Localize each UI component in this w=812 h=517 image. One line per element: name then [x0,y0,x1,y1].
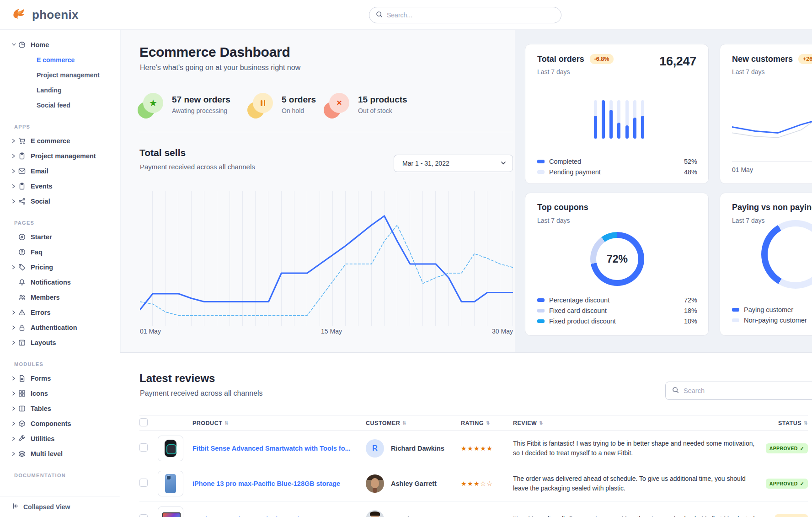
sidebar-item-authentication[interactable]: Authentication [0,320,120,335]
sort-icon: ⇅ [486,420,490,425]
table-row: Fitbit Sense Advanced Smartwatch with To… [139,431,808,466]
reviews-search[interactable] [665,382,812,400]
sidebar-item-email[interactable]: Email [0,163,120,178]
card-title: Top coupons [537,203,588,212]
brand-logo[interactable]: phoenix [11,5,79,24]
select-all-checkbox[interactable] [139,418,148,426]
sidebar-item-icons[interactable]: Icons [0,386,120,401]
product-link[interactable]: iPhone 13 pro max-Pacific Blue-128GB sto… [192,480,355,487]
order-bar [625,100,629,139]
sort-icon: ⇅ [224,420,229,425]
total-sells-chart [140,191,513,326]
chevron-right-icon [12,340,18,345]
sidebar-item-errors[interactable]: Errors [0,305,120,320]
new-customers-card: New customers +26.5% Last 7 days 01 May [720,44,812,184]
page-title: Ecommerce Dashboard [139,44,290,60]
reviews-search-input[interactable] [684,387,812,394]
paying-gauge-chart [761,220,812,289]
review-text: It's a Mac, after all. Once you've gone … [513,514,762,517]
column-header-review[interactable]: REVIEW⇅ [513,420,773,426]
sidebar-item-faq[interactable]: Faq [0,244,120,259]
search-icon [376,11,383,20]
sidebar-section-label: APPS [14,124,120,129]
sidebar-item-ecommerce-dashboard[interactable]: E commerce [0,52,120,67]
trend-badge: -6.8% [590,54,614,64]
sidebar-item-starter[interactable]: Starter [0,229,120,244]
sidebar-item-events[interactable]: Events [0,178,120,194]
x-icon: ✕ [326,93,349,117]
sidebar-item-label: Email [31,167,48,175]
share-icon [18,198,26,205]
column-header-rating[interactable]: RATING⇅ [461,420,513,426]
row-checkbox[interactable] [139,479,148,487]
users-icon [18,294,26,301]
sidebar-item-notifications[interactable]: Notifications [0,275,120,290]
legend-swatch [732,318,739,322]
x-tick-label: 01 May [732,166,753,173]
global-search-input[interactable] [387,11,555,19]
sidebar-item-utilities[interactable]: Utilities [0,431,120,446]
sidebar-item-landing[interactable]: Landing [0,82,120,97]
total-sells-subtitle: Payment received across all channels [140,163,255,171]
chevron-right-icon [12,391,18,396]
sidebar-item-components[interactable]: Components [0,416,120,431]
product-link[interactable]: Apple MacBook Pro 13 inch-M1-8/256GB-spa… [192,516,355,517]
date-range-select[interactable]: Mar 1 - 31, 2022 [394,155,513,172]
paying-vs-non-paying-card: Paying vs non paying Last 7 days Paying … [720,193,812,336]
grid-icon [18,390,26,397]
legend-label: Paying customer [744,306,793,313]
card-title: New customers [732,54,793,64]
stat-value: 15 products [358,95,407,105]
order-bar [594,100,597,139]
phoenix-logo-icon [11,5,27,24]
wrench-icon [18,435,26,442]
latest-reviews-title: Latest reviews [139,372,215,385]
legend-label: Completed [549,158,581,165]
product-image-fitbit [158,436,183,461]
legend-swatch [537,298,545,302]
sidebar-item-label: Errors [31,309,51,316]
sidebar-item-layouts[interactable]: Layouts [0,335,120,350]
sidebar-item-label: Authentication [31,324,77,331]
divider [139,132,513,132]
sort-icon: ⇅ [804,420,808,425]
column-header-status[interactable]: STATUS⇅ [773,420,808,426]
table-row: iPhone 13 pro max-Pacific Blue-128GB sto… [139,466,808,501]
sidebar-item-e-commerce[interactable]: E commerce [0,133,120,148]
lock-icon [18,324,26,331]
collapsed-view-label: Collapsed View [23,503,70,511]
row-checkbox[interactable] [139,514,148,517]
global-search[interactable] [369,7,561,23]
check-icon: ✓ [800,446,804,451]
legend-value: 48% [684,168,697,176]
sidebar-item-social[interactable]: Social [0,194,120,209]
sidebar-item-label: Home [31,41,49,48]
product-link[interactable]: Fitbit Sense Advanced Smartwatch with To… [192,445,355,452]
sidebar-item-members[interactable]: Members [0,290,120,305]
card-title: Paying vs non paying [732,203,812,212]
review-text: The order was delivered ahead of schedul… [513,474,762,493]
chevron-right-icon [12,452,18,456]
collapsed-view-toggle[interactable]: Collapsed View [0,496,120,517]
sidebar-item-tables[interactable]: Tables [0,401,120,416]
chevron-right-icon [12,406,18,411]
legend-value: 72% [684,296,697,304]
sidebar-item-social-feed[interactable]: Social feed [0,97,120,113]
customer-name: Ashley Garrett [391,480,437,487]
sidebar-item-pricing[interactable]: Pricing [0,259,120,275]
column-header-customer[interactable]: CUSTOMER⇅ [366,420,461,426]
status-badge: APPROVED✓ [766,443,808,453]
stat-out-of-stock: ✕ 15 products Out of stock [326,93,407,117]
customer-name: Richard Dawkins [391,445,444,452]
card-period: Last 7 days [537,68,570,75]
new-customers-line-chart [732,103,812,157]
caret-down-icon [12,43,18,47]
sidebar-item-multi-level[interactable]: Multi level [0,446,120,461]
sidebar-item-forms[interactable]: Forms [0,371,120,386]
column-header-product[interactable]: PRODUCT⇅ [192,420,366,426]
sidebar-item-project-management-dashboard[interactable]: Project management [0,67,120,82]
sidebar-item-home[interactable]: Home [0,37,120,52]
row-checkbox[interactable] [139,443,148,452]
order-bar [633,100,636,139]
sidebar-item-project-management[interactable]: Project management [0,148,120,163]
